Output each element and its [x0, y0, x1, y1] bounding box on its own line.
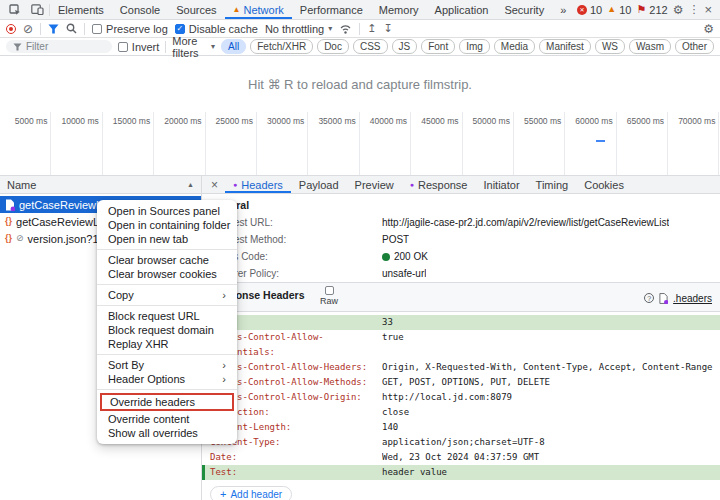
chip-fetch-xhr[interactable]: Fetch/XHR [250, 39, 313, 54]
chip-all[interactable]: All [221, 39, 246, 54]
checkbox-unchecked-icon [92, 24, 102, 34]
chip-img[interactable]: Img [459, 39, 490, 54]
settings-gear-icon[interactable]: ⚙ [673, 4, 684, 16]
tab-console[interactable]: Console [112, 0, 168, 19]
request-list-header[interactable]: Name ▲ [0, 176, 201, 194]
tab-payload[interactable]: Payload [291, 176, 347, 193]
menu-open-in-containing-folder[interactable]: Open in containing folder [97, 218, 237, 232]
chip-manifest[interactable]: Manifest [539, 39, 591, 54]
tab-label: Preview [355, 179, 394, 191]
more-filters-label: More filters [172, 35, 207, 59]
menu-open-in-sources-panel[interactable]: Open in Sources panel [97, 204, 237, 218]
issue-count: 212 [649, 4, 667, 16]
chip-wasm[interactable]: Wasm [629, 39, 671, 54]
header-row[interactable]: Access-Control-Allow-Credentials: true [202, 330, 720, 360]
header-row-test-overridden[interactable]: Test: header value [202, 465, 720, 480]
header-row[interactable]: Access-Control-Allow-Methods: GET, POST,… [202, 375, 720, 390]
menu-header-options[interactable]: Header Options › [97, 372, 237, 386]
filter-input[interactable]: Filter [6, 40, 112, 53]
tab-security[interactable]: Security [496, 0, 552, 19]
raw-headers-toggle[interactable]: Raw [320, 286, 338, 306]
menu-override-content[interactable]: Override content [97, 412, 237, 426]
menu-override-headers[interactable]: Override headers [102, 395, 232, 409]
tab-memory[interactable]: Memory [371, 0, 427, 19]
warning-count-badge[interactable]: ▲ 10 [607, 4, 631, 16]
more-tabs-button[interactable]: » [552, 0, 574, 19]
menu-clear-browser-cache[interactable]: Clear browser cache [97, 253, 237, 267]
close-detail-icon[interactable]: × [204, 178, 225, 192]
menu-sort-by[interactable]: Sort By › [97, 358, 237, 372]
disable-cache-label: Disable cache [189, 23, 258, 35]
more-filters-dropdown[interactable]: More filters ▾ [172, 35, 215, 59]
menu-block-request-url[interactable]: Block request URL [97, 309, 237, 323]
export-har-icon[interactable]: ↧ [383, 23, 392, 34]
tab-sources[interactable]: Sources [168, 0, 224, 19]
tab-elements[interactable]: Elements [50, 0, 112, 19]
chip-js[interactable]: JS [392, 39, 418, 54]
add-header-label: Add header [230, 489, 282, 500]
chip-font[interactable]: Font [421, 39, 455, 54]
chip-other[interactable]: Other [675, 39, 714, 54]
header-value: Origin, X-Requested-With, Content-Type, … [382, 360, 720, 375]
close-devtools-icon[interactable]: × [704, 3, 712, 16]
tab-cookies[interactable]: Cookies [576, 176, 632, 193]
menu-separator [97, 284, 237, 285]
import-har-icon[interactable]: ↥ [367, 23, 376, 34]
record-network-log-button[interactable] [6, 24, 16, 34]
timeline-tick: 70000 ms [668, 112, 719, 175]
tab-timing[interactable]: Timing [528, 176, 577, 193]
add-header-button[interactable]: + Add header [210, 486, 292, 500]
error-count-badge[interactable]: ✕ 10 [577, 4, 602, 16]
kebab-menu-icon[interactable]: ⋮ [688, 4, 699, 15]
menu-copy[interactable]: Copy › [97, 288, 237, 302]
menu-show-all-overrides[interactable]: Show all overrides [97, 426, 237, 440]
tab-preview[interactable]: Preview [347, 176, 402, 193]
more-tabs-chevron-icon: » [560, 4, 566, 16]
general-section-title[interactable]: General [202, 194, 720, 214]
invert-checkbox[interactable]: Invert [118, 41, 160, 53]
clear-network-log-icon[interactable]: ⊘ [23, 23, 33, 35]
tab-label: Response [418, 179, 468, 191]
network-overview-timeline[interactable]: 5000 ms 10000 ms 15000 ms 20000 ms 25000… [0, 112, 720, 176]
tab-initiator[interactable]: Initiator [476, 176, 528, 193]
headers-override-file-link[interactable]: .headers [673, 293, 712, 304]
chip-media[interactable]: Media [494, 39, 535, 54]
search-icon[interactable] [66, 23, 77, 34]
timeline-tick: 40000 ms [360, 112, 411, 175]
network-settings-gear-icon[interactable]: ⚙ [703, 23, 714, 35]
preserve-log-checkbox[interactable]: Preserve log [92, 23, 168, 35]
menu-open-in-new-tab[interactable]: Open in new tab [97, 232, 237, 246]
help-icon[interactable]: ? [644, 293, 654, 303]
tab-network[interactable]: ▲ Network [225, 0, 292, 19]
filmstrip-hint-area: Hit ⌘ R to reload and capture filmstrip. [0, 56, 720, 112]
menu-block-request-domain[interactable]: Block request domain [97, 323, 237, 337]
disable-cache-checkbox[interactable]: ✓ Disable cache [175, 23, 258, 35]
header-row[interactable]: Connection: close [202, 405, 720, 420]
timeline-tick: 20000 ms [154, 112, 205, 175]
chip-doc[interactable]: Doc [317, 39, 349, 54]
tab-performance[interactable]: Performance [292, 0, 371, 19]
header-row[interactable]: Access-Control-Allow-Origin: http://loca… [202, 390, 720, 405]
header-row[interactable]: Content-Length: 140 [202, 420, 720, 435]
header-row[interactable]: Date: Wed, 23 Oct 2024 04:37:59 GMT [202, 450, 720, 465]
tab-application[interactable]: Application [427, 0, 497, 19]
chip-css[interactable]: CSS [353, 39, 388, 54]
device-toolbar-icon[interactable] [26, 4, 49, 15]
header-row-overridden[interactable]: 33 [202, 315, 720, 330]
header-row[interactable]: Content-Type: application/json;charset=U… [202, 435, 720, 450]
tab-label: Elements [58, 4, 104, 16]
network-conditions-icon[interactable] [339, 24, 352, 34]
filter-funnel-icon[interactable] [48, 24, 59, 34]
tab-response[interactable]: ● Response [402, 176, 476, 193]
throttling-dropdown[interactable]: No throttling ▾ [265, 23, 332, 35]
menu-clear-browser-cookies[interactable]: Clear browser cookies [97, 267, 237, 281]
issues-count-badge[interactable]: ⚑ 212 [636, 4, 667, 16]
tab-headers[interactable]: ● Headers [225, 176, 291, 193]
chip-ws[interactable]: WS [595, 39, 625, 54]
request-context-menu: Open in Sources panel Open in containing… [97, 200, 237, 444]
override-file-icon[interactable] [659, 293, 668, 304]
inspect-element-icon[interactable] [4, 4, 26, 16]
menu-replay-xhr[interactable]: Replay XHR [97, 337, 237, 351]
request-type-chips: All Fetch/XHR Doc CSS JS Font Img Media … [221, 39, 714, 54]
header-row[interactable]: Access-Control-Allow-Headers: Origin, X-… [202, 360, 720, 375]
